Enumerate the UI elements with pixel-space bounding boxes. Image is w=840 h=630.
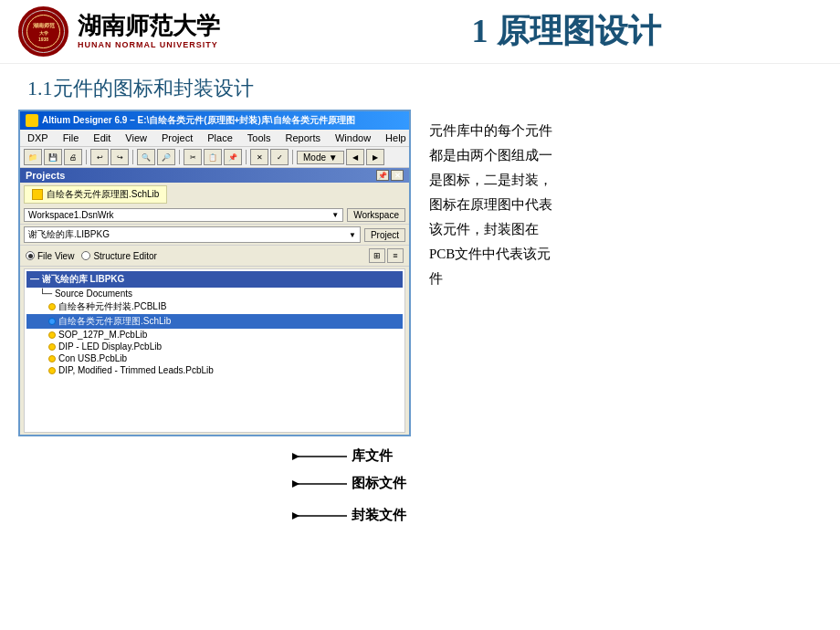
file-icon-3: [48, 343, 56, 351]
dropdown-arrow: ▼: [331, 211, 339, 219]
annotation-library-label: 库文件: [352, 447, 393, 465]
tb-sep3: [179, 150, 180, 164]
structure-label: Structure Editor: [93, 251, 156, 261]
view-icon-2[interactable]: ≡: [387, 248, 404, 263]
right-line-4: 图标在原理图中代表: [429, 197, 552, 212]
annotation-icon: 图标文件: [292, 470, 402, 501]
tb-print[interactable]: 🖨: [64, 149, 82, 165]
menu-file[interactable]: File: [59, 131, 83, 144]
svg-text:大学: 大学: [38, 30, 48, 36]
tb-paste[interactable]: 📌: [224, 149, 242, 165]
right-panel: 元件库中的每个元件 都是由两个图组成一 是图标，二是封装， 图标在原理图中代表 …: [425, 110, 822, 436]
panel-header: Projects 📌 ✕: [20, 168, 409, 183]
workspace-name: Workspace1.DsnWrk: [28, 210, 114, 220]
header: 湖南师范 大学 1938 湖南师范大学 HUNAN NORMAL UNIVERS…: [0, 0, 840, 64]
project-dropdown[interactable]: 谢飞绘的库.LIBPKG ▼: [24, 226, 361, 243]
tb-copy[interactable]: 📋: [204, 149, 222, 165]
menu-help[interactable]: Help: [382, 131, 410, 144]
tb-nav-forward[interactable]: ▶: [366, 149, 384, 165]
svg-text:湖南师范: 湖南师范: [33, 22, 56, 28]
logo-area: 湖南师范 大学 1938 湖南师范大学 HUNAN NORMAL UNIVERS…: [18, 6, 310, 57]
workspace-button[interactable]: Workspace: [347, 208, 405, 222]
university-en: HUNAN NORMAL UNIVERSITY: [78, 40, 220, 49]
tb-zoom-out[interactable]: 🔎: [157, 149, 175, 165]
title-area: 1 原理图设计: [310, 9, 822, 54]
tb-redo[interactable]: ↪: [110, 149, 129, 165]
university-cn: 湖南师范大学: [78, 14, 220, 40]
tb-open[interactable]: 📁: [24, 149, 42, 165]
svg-marker-6: [292, 453, 299, 460]
tb-cut[interactable]: ✂: [184, 149, 202, 165]
altium-window-container: Altium Designer 6.9 – E:\自绘各类元件(原理图+封装)库…: [18, 110, 411, 436]
altium-titlebar: Altium Designer 6.9 – E:\自绘各类元件(原理图+封装)库…: [20, 111, 409, 130]
menu-place[interactable]: Place: [204, 131, 236, 144]
menu-reports[interactable]: Reports: [281, 131, 324, 144]
schlib-icon: [32, 189, 43, 200]
tree-file-1[interactable]: 自绘各类元件原理图.SchLib: [26, 314, 403, 329]
workspace-row: Workspace1.DsnWrk ▼ Workspace: [20, 206, 409, 225]
project-row: 谢飞绘的库.LIBPKG ▼ Project: [20, 225, 409, 246]
right-line-5: 该元件，封装图在: [429, 222, 539, 236]
toolbar: 📁 💾 🖨 ↩ ↪ 🔍 🔎 ✂ 📋 📌 ✕ ✓ Mode ▼: [20, 147, 409, 168]
main-title: 1 原理图设计: [472, 13, 661, 49]
svg-marker-8: [292, 480, 299, 488]
structure-editor-radio[interactable]: Structure Editor: [81, 251, 156, 261]
tb-sep1: [86, 150, 87, 164]
tb-cross[interactable]: ✕: [250, 149, 268, 165]
right-text: 元件库中的每个元件 都是由两个图组成一 是图标，二是封装， 图标在原理图中代表 …: [429, 119, 817, 291]
menu-edit[interactable]: Edit: [89, 131, 114, 144]
menu-dxp[interactable]: DXP: [24, 131, 52, 144]
structure-radio-dot: [81, 251, 90, 260]
tree-file-5[interactable]: DIP, Modified - Trimmed Leads.PcbLib: [26, 364, 403, 376]
menu-window[interactable]: Window: [331, 131, 374, 144]
schlib-file-tab[interactable]: 自绘各类元件原理图.SchLib: [24, 185, 167, 204]
right-line-2: 都是由两个图组成一: [429, 148, 552, 163]
file-view-radio[interactable]: File View: [26, 251, 74, 261]
file-tree: — 谢飞绘的库 LIBPKG └─ Source Documents 自绘各种元…: [24, 268, 405, 433]
tb-sep4: [246, 150, 247, 164]
tb-zoom-in[interactable]: 🔍: [137, 149, 155, 165]
schlib-tab-label: 自绘各类元件原理图.SchLib: [47, 188, 159, 201]
tree-file-2[interactable]: SOP_127P_M.PcbLib: [26, 329, 403, 341]
tb-sep2: [132, 150, 133, 164]
menu-project[interactable]: Project: [158, 131, 196, 144]
tb-undo[interactable]: ↩: [90, 149, 109, 165]
annotation-icon-label: 图标文件: [352, 475, 406, 492]
projects-panel: Projects 📌 ✕ 自绘各类元件原理图.SchLib Workspace1…: [20, 168, 409, 433]
project-button[interactable]: Project: [364, 228, 405, 242]
panel-close[interactable]: ✕: [391, 170, 404, 181]
tb-nav-back[interactable]: ◀: [346, 149, 364, 165]
view-icon-1[interactable]: ⊞: [369, 248, 385, 263]
tree-root[interactable]: — 谢飞绘的库 LIBPKG: [26, 271, 403, 288]
tree-file-0[interactable]: 自绘各种元件封装.PCBLIB: [26, 299, 403, 314]
tb-save[interactable]: 💾: [44, 149, 62, 165]
right-line-7: 件: [429, 271, 443, 286]
svg-marker-10: [292, 512, 299, 520]
mode-label: Mode ▼: [303, 152, 338, 163]
university-logo: 湖南师范 大学 1938: [18, 6, 68, 57]
file-view-radio-dot: [26, 251, 35, 260]
tb-check[interactable]: ✓: [270, 149, 289, 165]
menu-view[interactable]: View: [121, 131, 151, 144]
mode-button[interactable]: Mode ▼: [297, 151, 344, 164]
file-icon-5: [48, 367, 56, 374]
altium-menubar: DXP File Edit View Project Place Tools R…: [20, 130, 409, 147]
tree-source-docs[interactable]: └─ Source Documents: [26, 288, 403, 299]
university-name: 湖南师范大学 HUNAN NORMAL UNIVERSITY: [78, 14, 220, 49]
right-line-1: 元件库中的每个元件: [429, 123, 552, 138]
view-icons: ⊞ ≡: [369, 248, 404, 263]
workspace-dropdown[interactable]: Workspace1.DsnWrk ▼: [24, 208, 343, 222]
svg-text:1938: 1938: [38, 37, 48, 42]
annotation-package: 封装文件: [292, 502, 411, 533]
file-icon-2: [48, 331, 56, 339]
subtitle: 1.1元件的图标和封装设计: [0, 64, 840, 110]
file-view-label: File View: [37, 251, 74, 261]
titlebar-icon: [26, 114, 38, 127]
annotation-package-label: 封装文件: [352, 507, 406, 524]
panel-pin[interactable]: 📌: [376, 170, 389, 181]
menu-tools[interactable]: Tools: [244, 131, 275, 144]
tb-sep5: [292, 150, 293, 164]
tree-file-3[interactable]: DIP - LED Display.PcbLib: [26, 341, 403, 352]
project-name: 谢飞绘的库.LIBPKG: [28, 228, 110, 241]
tree-file-4[interactable]: Con USB.PcbLib: [26, 352, 403, 364]
